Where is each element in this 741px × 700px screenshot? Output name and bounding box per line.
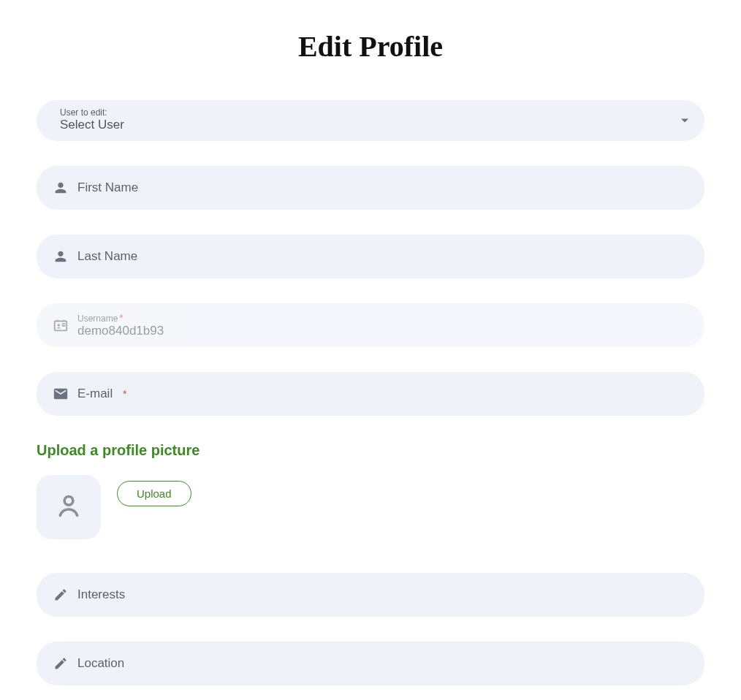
email-icon (53, 386, 69, 402)
location-field-wrapper (37, 642, 704, 685)
email-field-wrapper: * (37, 372, 704, 416)
person-icon (53, 248, 69, 265)
pencil-icon (53, 587, 69, 603)
svg-point-4 (64, 497, 73, 506)
required-marker: * (123, 388, 126, 400)
user-select-label: User to edit: (60, 107, 107, 118)
person-outline-icon (54, 491, 83, 523)
upload-row: Upload (37, 475, 704, 539)
username-input (77, 324, 688, 338)
user-select[interactable]: User to edit: Select User (37, 100, 704, 141)
last-name-input[interactable] (77, 247, 688, 266)
profile-form: User to edit: Select User (37, 100, 704, 685)
location-input[interactable] (77, 654, 688, 673)
email-input[interactable] (77, 384, 121, 403)
upload-button[interactable]: Upload (117, 481, 191, 506)
first-name-input[interactable] (77, 178, 688, 197)
svg-point-1 (57, 324, 60, 327)
page-title: Edit Profile (37, 29, 704, 64)
interests-input[interactable] (77, 585, 688, 604)
first-name-field-wrapper (37, 166, 704, 210)
interests-field-wrapper (37, 573, 704, 617)
user-select-value: Select User (53, 118, 124, 132)
avatar-placeholder (37, 475, 101, 539)
required-marker: * (119, 312, 123, 324)
chevron-down-icon (681, 119, 688, 123)
last-name-field-wrapper (37, 235, 704, 278)
upload-section-title: Upload a profile picture (37, 442, 704, 459)
pencil-icon (53, 655, 69, 672)
username-label: Username* (77, 312, 688, 324)
person-icon (53, 180, 69, 196)
username-field-wrapper: Username* (37, 303, 704, 347)
id-card-icon (53, 317, 69, 333)
